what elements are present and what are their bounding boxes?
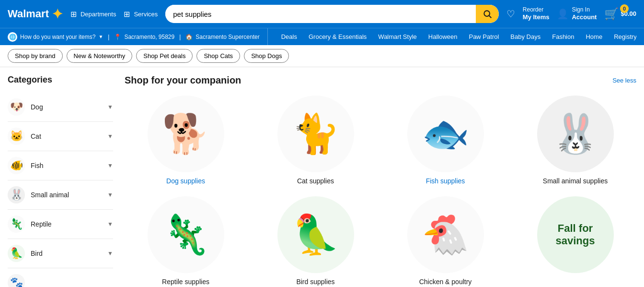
nav-registry[interactable]: Registry bbox=[608, 28, 636, 45]
store-icon: 🏠 bbox=[185, 34, 193, 40]
reorder-label: Reorder bbox=[523, 6, 550, 14]
category-fish[interactable]: 🐠 Fish ▼ bbox=[8, 151, 113, 180]
sub-header: 🌐 How do you want your items? ▼ | 📍 Sacr… bbox=[0, 28, 644, 45]
chevron-down-icon: ▼ bbox=[98, 34, 103, 39]
category-fish-left: 🐠 Fish bbox=[8, 157, 43, 174]
companion-bird2[interactable]: 🦜 Bird supplies bbox=[254, 196, 377, 286]
companion-reptile[interactable]: 🦎 Reptile supplies bbox=[125, 196, 247, 286]
category-more[interactable]: 🐾 bbox=[8, 268, 113, 287]
companion-chicken[interactable]: 🐔 Chicken & poultry bbox=[384, 196, 506, 286]
fall-savings-text: Fall for savings bbox=[556, 222, 595, 248]
category-reptile[interactable]: 🦎 Reptile ▼ bbox=[8, 210, 113, 239]
category-dog[interactable]: 🐶 Dog ▼ bbox=[8, 93, 113, 122]
small-animal-chevron-icon: ▼ bbox=[107, 191, 113, 198]
filter-new-noteworthy[interactable]: New & Noteworthy bbox=[67, 49, 133, 63]
parrot-circle: 🦜 bbox=[277, 196, 354, 273]
companion-fish[interactable]: 🐟 Fish supplies bbox=[384, 96, 506, 185]
category-small-animal[interactable]: 🐰 Small animal ▼ bbox=[8, 180, 113, 210]
departments-icon: ⊞ bbox=[70, 10, 77, 19]
store-label: Sacramento Supercenter bbox=[196, 34, 259, 40]
sign-in-label: Sign In bbox=[572, 6, 597, 14]
search-bar bbox=[165, 5, 499, 23]
main-section: Shop for your companion See less 🐕 Dog s… bbox=[113, 75, 636, 287]
user-icon: 👤 bbox=[557, 8, 569, 20]
delivery-label: How do you want your items? bbox=[20, 34, 95, 40]
fall-savings-circle: Fall for savings bbox=[537, 196, 614, 273]
companion-promo[interactable]: Fall for savings bbox=[514, 196, 636, 286]
nav-walmart-style[interactable]: Walmart Style bbox=[372, 28, 422, 45]
nav-paw-patrol[interactable]: Paw Patrol bbox=[463, 28, 505, 45]
account-text: Sign In Account bbox=[572, 6, 597, 22]
dog-chevron-icon: ▼ bbox=[107, 104, 113, 110]
filter-shop-dogs[interactable]: Shop Dogs bbox=[244, 49, 289, 63]
wishlist-action[interactable]: ♡ bbox=[506, 8, 515, 20]
delivery-info[interactable]: 🌐 How do you want your items? ▼ | 📍 Sacr… bbox=[8, 28, 268, 45]
nav-baby-days[interactable]: Baby Days bbox=[505, 28, 546, 45]
dog-supplies-label: Dog supplies bbox=[166, 177, 205, 185]
category-small-animal-left: 🐰 Small animal bbox=[8, 186, 69, 203]
more-image: 🐾 bbox=[8, 274, 25, 287]
walmart-logo[interactable]: Walmart ✦ bbox=[8, 6, 63, 22]
bird-chevron-icon: ▼ bbox=[107, 250, 113, 257]
nav-home[interactable]: Home bbox=[580, 28, 608, 45]
cat-circle: 🐈 bbox=[277, 96, 354, 172]
filter-shop-brand[interactable]: Shop by brand bbox=[8, 49, 63, 63]
cat-supplies-label: Cat supplies bbox=[297, 177, 334, 185]
fish-circle: 🐟 bbox=[407, 96, 484, 172]
logo-spark: ✦ bbox=[52, 6, 63, 22]
svg-point-0 bbox=[484, 11, 490, 16]
companion-dog[interactable]: 🐕 Dog supplies bbox=[125, 96, 247, 185]
filter-bar: Shop by brand New & Noteworthy Shop Pet … bbox=[0, 45, 644, 67]
filter-pet-deals[interactable]: Shop Pet deals bbox=[136, 49, 193, 63]
reorder-text: Reorder My Items bbox=[523, 6, 550, 22]
nav-grocery[interactable]: Grocery & Essentials bbox=[303, 28, 372, 45]
content-layout: Categories 🐶 Dog ▼ 🐱 Cat ▼ 🐠 Fish bbox=[0, 67, 644, 287]
account-action[interactable]: 👤 Sign In Account bbox=[557, 6, 597, 22]
cat-label: Cat bbox=[31, 132, 41, 140]
section-header: Shop for your companion See less bbox=[125, 75, 636, 86]
services-label: Services bbox=[134, 11, 158, 18]
see-less-link[interactable]: See less bbox=[612, 77, 636, 84]
header: Walmart ✦ ⊞ Departments ⊞ Services ♡ Reo… bbox=[0, 0, 644, 28]
small-animal-label: Small animal bbox=[31, 191, 69, 199]
cart-button[interactable]: 0 🛒 $0.00 bbox=[604, 7, 636, 21]
search-input[interactable] bbox=[165, 5, 476, 23]
category-cat[interactable]: 🐱 Cat ▼ bbox=[8, 122, 113, 151]
nav-links: Deals Grocery & Essentials Walmart Style… bbox=[276, 28, 636, 45]
fish-label: Fish bbox=[31, 162, 43, 169]
category-bird[interactable]: 🦜 Bird ▼ bbox=[8, 239, 113, 268]
services-nav[interactable]: ⊞ Services bbox=[124, 10, 158, 19]
search-icon bbox=[483, 9, 492, 19]
reorder-action[interactable]: Reorder My Items bbox=[523, 6, 550, 22]
departments-nav[interactable]: ⊞ Departments bbox=[70, 10, 116, 19]
companion-cat[interactable]: 🐈 Cat supplies bbox=[254, 96, 377, 185]
nav-fashion[interactable]: Fashion bbox=[546, 28, 580, 45]
separator2: | bbox=[179, 34, 181, 40]
logo-text: Walmart bbox=[8, 8, 49, 20]
companion-grid-row1: 🐕 Dog supplies 🐈 Cat supplies 🐟 Fish sup… bbox=[125, 96, 636, 185]
chicken-supplies-label: Chicken & poultry bbox=[419, 278, 472, 286]
companion-rabbit[interactable]: 🐰 Small animal supplies bbox=[514, 96, 636, 185]
fish-chevron-icon: ▼ bbox=[107, 162, 113, 169]
chicken-circle: 🐔 bbox=[407, 196, 484, 273]
category-reptile-left: 🦎 Reptile bbox=[8, 215, 52, 233]
services-icon: ⊞ bbox=[124, 10, 130, 19]
categories-title: Categories bbox=[8, 75, 113, 85]
search-button[interactable] bbox=[476, 5, 499, 23]
nav-halloween[interactable]: Halloween bbox=[423, 28, 463, 45]
bird-image: 🦜 bbox=[8, 245, 25, 262]
bird-supplies-label: Bird supplies bbox=[296, 278, 334, 286]
cart-badge: 0 bbox=[620, 4, 629, 13]
filter-shop-cats[interactable]: Shop Cats bbox=[196, 49, 240, 63]
lizard-circle: 🦎 bbox=[148, 196, 224, 273]
header-actions: ♡ Reorder My Items 👤 Sign In Account 0 🛒… bbox=[506, 6, 636, 22]
dog-circle: 🐕 bbox=[148, 96, 224, 172]
location-label: Sacramento, 95829 bbox=[124, 34, 174, 40]
fall-line1: Fall for bbox=[558, 222, 593, 234]
cart-icon: 🛒 bbox=[604, 7, 619, 21]
dog-image: 🐶 bbox=[8, 98, 25, 116]
category-bird-left: 🦜 Bird bbox=[8, 245, 43, 262]
nav-deals[interactable]: Deals bbox=[276, 28, 303, 45]
departments-label: Departments bbox=[80, 11, 116, 18]
companion-title: Shop for your companion bbox=[125, 75, 241, 86]
